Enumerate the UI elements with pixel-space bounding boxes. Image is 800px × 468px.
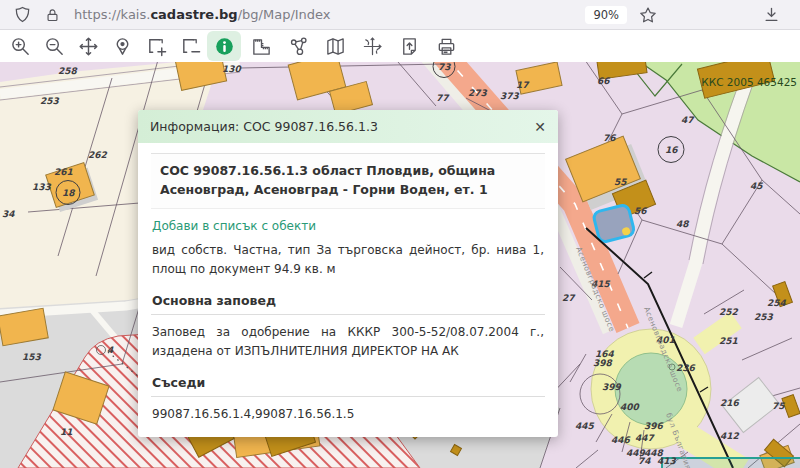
parcel-number: 34	[2, 209, 15, 219]
address-bar[interactable]: https://kais.cadastre.bg/bg/Map/Index	[74, 7, 331, 22]
crs-coordinates-label: ККС 2005 465425	[701, 76, 797, 88]
parcel-number: 75	[772, 401, 785, 411]
parcel-number: 261	[54, 167, 73, 177]
locate-tool-button[interactable]	[105, 31, 139, 61]
parcel-number: 447	[635, 433, 656, 443]
parcel-number: 262	[88, 150, 108, 160]
browser-toolbar: https://kais.cadastre.bg/bg/Map/Index 90…	[0, 0, 800, 30]
parcel-number: 77	[436, 93, 450, 103]
parcel-number: 27	[562, 293, 576, 303]
parcel-number: 74	[638, 456, 651, 466]
parcel-number: 73	[438, 62, 451, 72]
info-tool-button[interactable]	[207, 31, 241, 61]
print-tool-button[interactable]	[429, 31, 463, 61]
zoom-out-icon	[44, 36, 65, 57]
parcel-number: 56	[634, 206, 647, 216]
bookmark-star-icon[interactable]	[639, 6, 657, 24]
info-icon	[214, 36, 235, 57]
export-tool-button[interactable]	[392, 31, 426, 61]
add-to-object-list-link[interactable]: Добави в списък с обекти	[152, 219, 544, 233]
parcel-number: 66	[597, 76, 610, 86]
neighbors-text: 99087.16.56.1.4,99087.16.56.1.5	[152, 405, 544, 424]
parcel-number: 373	[500, 91, 520, 101]
parcel-number: 17	[516, 80, 530, 90]
export-page-icon	[399, 36, 420, 57]
parcel-number: 47	[681, 115, 695, 125]
popup-body: СОС 99087.16.56.1.3 област Пловдив, общи…	[138, 143, 558, 437]
url-scheme: https://kais.	[74, 7, 150, 22]
select-area-subtract-tool-button[interactable]	[173, 31, 207, 61]
info-popup: Информация: СОС 99087.16.56.1.3 ✕ СОС 99…	[138, 110, 558, 437]
parcel-number: 253	[40, 96, 60, 106]
parcel-number: 254	[767, 298, 787, 308]
popup-header: Информация: СОС 99087.16.56.1.3 ✕	[138, 110, 558, 143]
measure-tool-button[interactable]	[244, 31, 278, 61]
parcel-number: 216	[720, 398, 740, 408]
parcel-number: 412	[720, 431, 740, 441]
url-path: /bg/Map/Index	[238, 7, 331, 22]
parcel-number: 4	[107, 345, 114, 355]
parcel-number: 153	[22, 352, 42, 362]
print-icon	[436, 36, 457, 57]
parcel-number: 236	[676, 363, 696, 373]
map-toolbar	[0, 30, 800, 62]
parcel-number: 273	[468, 88, 488, 98]
selected-building-highlight[interactable]	[593, 204, 635, 243]
parcel-number: 130	[222, 64, 243, 74]
parcel-number: 445	[575, 421, 595, 431]
order-section-title: Основна заповед	[151, 289, 545, 315]
parcel-number: 398	[593, 358, 614, 368]
parcel-number: 446	[611, 435, 631, 445]
parcel-number: 11	[60, 427, 73, 437]
select-area-add-tool-button[interactable]	[139, 31, 173, 61]
parcel-number: 45	[750, 181, 763, 191]
map-sheets-tool-button[interactable]	[318, 31, 352, 61]
parcel-number: 396	[644, 421, 664, 431]
order-text: Заповед за одобрение на КККР 300-5-52/08…	[152, 323, 544, 361]
parcel-number: 253	[754, 312, 774, 322]
url-host: cadastre.bg	[150, 7, 237, 22]
share-graph-icon	[288, 36, 309, 57]
close-icon[interactable]: ✕	[534, 120, 546, 134]
object-details-text: вид собств. Частна, тип За търговска дей…	[152, 241, 544, 279]
coordinate-axes-icon	[362, 36, 383, 57]
neighbors-section-title: Съседи	[151, 371, 545, 397]
popup-title: Информация: СОС 99087.16.56.1.3	[150, 119, 378, 134]
parcel-number: 133	[32, 182, 52, 192]
shield-icon[interactable]	[14, 6, 31, 23]
parcel-number: 252	[719, 307, 739, 317]
parcel-number: 16	[665, 145, 678, 155]
parcel-number: 399	[602, 382, 622, 392]
parcel-number: 55	[614, 177, 627, 187]
download-icon[interactable]	[763, 6, 780, 23]
parcel-number: 18	[62, 188, 76, 198]
page-zoom-badge[interactable]: 90%	[585, 6, 627, 24]
parcel-number: 76	[603, 133, 616, 143]
zoom-in-icon	[10, 36, 31, 57]
measure-ruler-icon	[251, 36, 272, 57]
parcel-number: 251	[719, 336, 738, 346]
select-area-add-icon	[146, 36, 167, 57]
parcel-number: 400	[620, 402, 641, 412]
pan-tool-button[interactable]	[71, 31, 105, 61]
parcel-number: 48	[676, 219, 690, 229]
coordinates-tool-button[interactable]	[355, 31, 389, 61]
share-tool-button[interactable]	[281, 31, 315, 61]
parcel-number: 413	[657, 456, 677, 466]
zoom-out-tool-button[interactable]	[37, 31, 71, 61]
parcel-number: 258	[58, 66, 79, 76]
location-pin-icon	[112, 36, 133, 57]
pan-icon	[78, 36, 99, 57]
object-heading: СОС 99087.16.56.1.3 област Пловдив, общи…	[151, 153, 545, 209]
zoom-in-tool-button[interactable]	[3, 31, 37, 61]
select-area-subtract-icon	[180, 36, 201, 57]
folded-map-icon	[325, 36, 346, 57]
lock-icon[interactable]	[45, 7, 60, 23]
